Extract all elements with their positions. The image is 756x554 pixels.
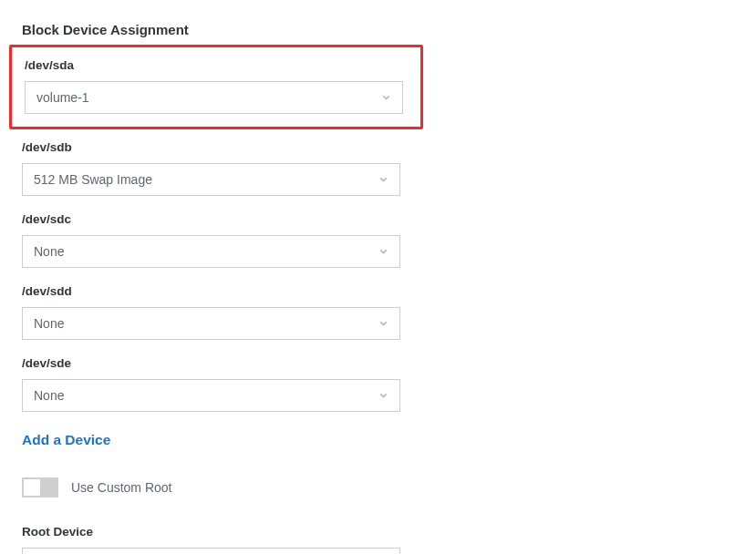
- custom-root-toggle-row: Use Custom Root: [22, 477, 423, 498]
- toggle-knob: [24, 479, 40, 496]
- device-select-sdb[interactable]: 512 MB Swap Image: [22, 163, 400, 196]
- device-select-sdc[interactable]: None: [22, 235, 400, 268]
- custom-root-toggle-label: Use Custom Root: [71, 480, 171, 495]
- device-select-sde[interactable]: None: [22, 379, 400, 412]
- device-label-sda: /dev/sda: [12, 58, 408, 72]
- device-label-sdb: /dev/sdb: [22, 140, 423, 154]
- device-group-sdd: /dev/sdd None: [22, 284, 423, 340]
- device-group-sdb: /dev/sdb 512 MB Swap Image: [22, 140, 423, 196]
- device-group-sda: /dev/sda volume-1: [9, 45, 423, 129]
- root-device-section: Root Device /dev/sda: [22, 525, 423, 554]
- add-device-button[interactable]: Add a Device: [22, 432, 110, 448]
- root-device-select[interactable]: /dev/sda: [22, 548, 400, 554]
- device-group-sdc: /dev/sdc None: [22, 212, 423, 268]
- device-select-sdd[interactable]: None: [22, 307, 400, 340]
- device-select-sda[interactable]: volume-1: [25, 81, 403, 114]
- custom-root-toggle[interactable]: [22, 477, 58, 498]
- device-label-sdd: /dev/sdd: [22, 284, 423, 298]
- device-label-sde: /dev/sde: [22, 356, 423, 370]
- device-label-sdc: /dev/sdc: [22, 212, 423, 226]
- device-group-sde: /dev/sde None: [22, 356, 423, 412]
- section-title: Block Device Assignment: [22, 22, 423, 37]
- root-device-title: Root Device: [22, 525, 423, 539]
